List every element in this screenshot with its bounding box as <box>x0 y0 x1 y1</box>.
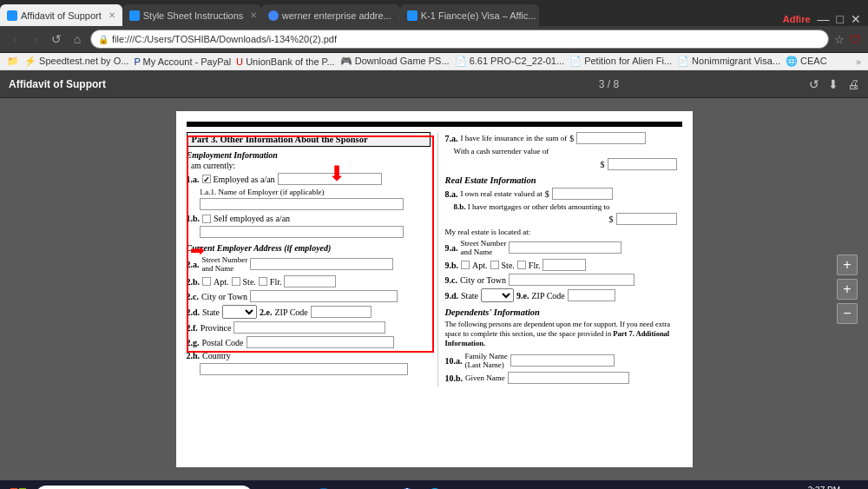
edge-btn[interactable] <box>284 484 308 490</box>
employment-header: Employment Information <box>187 150 431 160</box>
field-9b-ste: Ste. <box>502 261 515 270</box>
input-1b-self-employed[interactable] <box>200 226 404 238</box>
mail-btn[interactable] <box>339 484 364 490</box>
input-2f-province[interactable] <box>233 321 385 334</box>
reload-btn[interactable]: ↺ <box>49 31 64 47</box>
pdf-page: ⬇ ➡ Part 3. Other Information About the … <box>176 111 693 467</box>
checkbox-flr[interactable] <box>259 277 267 286</box>
input-8b-mortgages[interactable] <box>616 213 677 225</box>
chrome-btn[interactable] <box>395 484 419 490</box>
bookmark-game[interactable]: 🎮 Download Game PS... <box>340 56 450 67</box>
tab-stylesheet[interactable]: Style Sheet Instructions ✕ <box>122 4 261 26</box>
field-9a-label: 9.a. <box>445 243 458 253</box>
checkbox-1b[interactable] <box>202 215 211 223</box>
checkbox-9b-ste[interactable] <box>490 261 499 269</box>
checkbox-1a[interactable]: ✓ <box>202 175 211 183</box>
bookmark-pro[interactable]: 📄 6.61 PRO-C2_22-01... <box>455 56 565 67</box>
taskview-btn[interactable] <box>256 484 280 490</box>
input-10a-family-name[interactable] <box>510 354 615 367</box>
input-2b-unit[interactable] <box>284 275 336 287</box>
back-btn[interactable]: ‹ <box>7 31 23 47</box>
close-btn[interactable]: ✕ <box>851 12 861 26</box>
start-button[interactable] <box>4 482 32 490</box>
time-display[interactable]: 3:37 PM 5/7/2018 <box>806 485 840 490</box>
input-2c-city[interactable] <box>250 290 398 302</box>
address-text: file:///C:/Users/TOSHIBA/Downloads/i-134… <box>112 34 337 44</box>
tab-werner[interactable]: werner enterprise addre... ✕ <box>261 4 400 26</box>
input-8a-realestate[interactable] <box>552 188 613 200</box>
print-icon[interactable]: 🖨 <box>847 77 859 91</box>
secure-icon: 🔒 <box>98 35 108 44</box>
checkbox-9b-apt[interactable] <box>461 261 470 269</box>
input-2g-postal[interactable] <box>247 336 394 348</box>
browser-nav-bar: ‹ › ↺ ⌂ 🔒 file:///C:/Users/TOSHIBA/Downl… <box>0 26 868 53</box>
input-2h-country[interactable] <box>200 363 408 375</box>
tab-close-stylesheet[interactable]: ✕ <box>250 10 257 20</box>
bookmarks-more-btn[interactable]: » <box>856 56 861 67</box>
pdf-left-col: Part 3. Other Information About the Spon… <box>187 132 438 387</box>
input-10b-given-name[interactable] <box>508 372 629 384</box>
skype-btn[interactable]: S <box>423 484 447 490</box>
address-bar[interactable]: 🔒 file:///C:/Users/TOSHIBA/Downloads/i-1… <box>90 30 829 49</box>
page-indicator: 3 / 8 <box>409 78 809 90</box>
field-9c-text: City or Town <box>460 275 506 285</box>
explorer-btn[interactable] <box>367 484 391 490</box>
store-btn[interactable] <box>312 484 336 490</box>
maximize-btn[interactable]: □ <box>837 12 844 26</box>
dependents-header: Dependents' Information <box>445 307 681 317</box>
toolbar-actions: ↺ ⬇ 🖨 <box>809 77 859 91</box>
minimize-btn[interactable]: — <box>818 12 830 26</box>
field-10a-row: 10.a. Family Name(Last Name) <box>445 352 681 369</box>
field-2h-row: 2.h. Country <box>187 351 431 360</box>
field-7b-row: With a cash surrender value of <box>445 147 681 155</box>
bookmark-paypal[interactable]: P My Account - PayPal <box>134 56 231 67</box>
input-2a-street[interactable] <box>250 258 393 270</box>
browser-window-controls: Adfire — □ ✕ <box>776 12 868 26</box>
input-7a-life-insurance[interactable] <box>576 132 646 144</box>
pdf-viewer: ⬇ ➡ Part 3. Other Information About the … <box>0 98 868 480</box>
select-2d-state[interactable] <box>222 305 257 319</box>
field-8a-row: 8.a. I own real estate valued at $ <box>445 188 681 200</box>
pdf-content-cols: Part 3. Other Information About the Spon… <box>187 132 682 387</box>
part3-header: Part 3. Other Information About the Spon… <box>187 132 431 147</box>
input-9a-street[interactable] <box>509 241 621 254</box>
input-7b-cash-surrender[interactable] <box>608 158 677 170</box>
taskbar-search[interactable]: 🔍 Type here - search <box>36 486 253 490</box>
field-1a-text: Employed as a/an <box>214 175 275 184</box>
bookmark-nonimmigrant[interactable]: 📄 Nonimmigrant Visa... <box>677 56 780 67</box>
bookmark-ceac[interactable]: 🌐 CEAC <box>786 56 827 67</box>
input-1a1-employer-name[interactable] <box>200 198 404 210</box>
field-2f-label: 2.f. <box>187 323 198 333</box>
field-7a-label: 7.a. <box>445 134 458 143</box>
zoom-in-btn-1[interactable]: + <box>837 254 858 275</box>
checkbox-ste[interactable] <box>232 277 240 286</box>
input-9e-zip[interactable] <box>568 289 615 301</box>
bookmark-unionbank[interactable]: U UnionBank of the P... <box>236 56 335 67</box>
refresh-icon[interactable]: ↺ <box>809 77 819 91</box>
field-9b-row: 9.b. Apt. Ste. Flr. <box>445 259 681 271</box>
select-9d-state[interactable] <box>481 288 514 302</box>
home-btn[interactable]: ⌂ <box>69 31 85 47</box>
tab-k1visa[interactable]: K-1 Fiance(e) Visa – Affic... ✕ <box>400 4 539 26</box>
field-2c-text: City or Town <box>201 292 247 301</box>
field-2e-label: 2.e. <box>260 307 272 317</box>
forward-btn[interactable]: › <box>28 31 43 47</box>
input-9c-city[interactable] <box>509 274 635 286</box>
checkbox-9b-flr[interactable] <box>517 261 526 269</box>
field-7b-input-row: $ <box>445 158 677 170</box>
real-estate-header: Real Estate Information <box>445 175 681 185</box>
checkbox-apt[interactable] <box>202 277 211 286</box>
field-1a-row: 1.a. ✓ Employed as a/an <box>187 173 431 185</box>
tab-affidavit[interactable]: Affidavit of Support ✕ <box>0 4 122 26</box>
input-9b-unit[interactable] <box>542 259 586 271</box>
zoom-in-btn-2[interactable]: + <box>837 279 858 300</box>
bookmark-petition[interactable]: 📄 Petition for Alien Fi... <box>569 56 672 67</box>
input-2e-zip[interactable] <box>311 306 372 318</box>
zoom-out-btn[interactable]: − <box>837 303 858 324</box>
bookmark-speedtest[interactable]: ⚡ Speedtest.net by O... <box>24 56 128 67</box>
download-icon[interactable]: ⬇ <box>828 77 838 91</box>
app-toolbar: Affidavit of Support 3 / 8 ↺ ⬇ 🖨 <box>0 70 868 98</box>
star-btn[interactable]: ☆ <box>834 33 845 46</box>
input-1a-employer-type[interactable] <box>278 173 382 185</box>
tab-close-affidavit[interactable]: ✕ <box>108 10 115 20</box>
